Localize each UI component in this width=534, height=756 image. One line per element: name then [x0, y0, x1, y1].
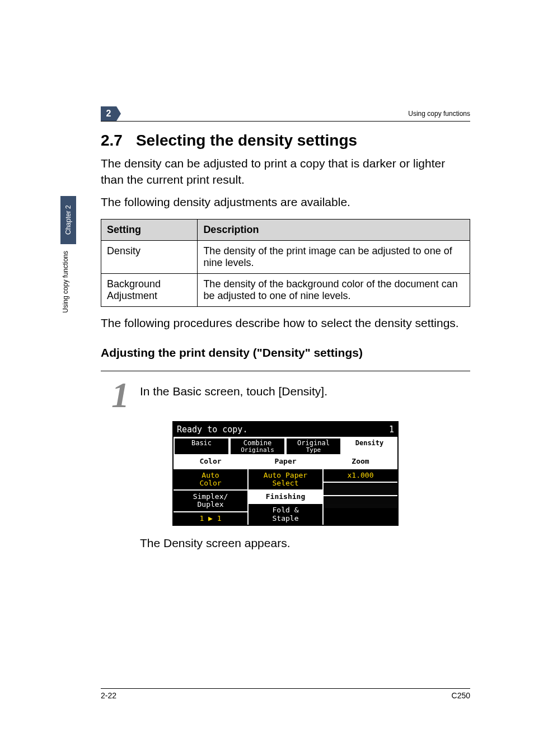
table-header-setting: Setting — [101, 220, 198, 241]
after-lcd-paragraph: The Density screen appears. — [140, 535, 470, 551]
table-header-description: Description — [198, 220, 470, 241]
step-1: 1 In the Basic screen, touch [Density]. — [101, 371, 470, 412]
page-number: 2-22 — [101, 691, 116, 700]
lcd-tab-combine-l2: Originals — [231, 447, 284, 454]
step-number: 1 — [101, 379, 140, 412]
table-cell-setting: Background Adjustment — [101, 274, 198, 307]
density-settings-table: Setting Description Density The density … — [101, 219, 470, 307]
after-table-paragraph: The following procedures describe how to… — [101, 315, 470, 331]
table-cell-description: The density of the background color of t… — [198, 274, 470, 307]
section-title: Selecting the density settings — [136, 132, 357, 149]
lcd-color-header[interactable]: Color — [174, 455, 247, 469]
lcd-paper-value-text: Auto Paper Select — [264, 471, 307, 487]
lcd-tab-basic-label: Basic — [191, 439, 212, 447]
lcd-tab-density[interactable]: Density — [341, 437, 397, 454]
lcd-copy-count: 1 — [389, 424, 394, 435]
running-head-title: Using copy functions — [116, 110, 470, 118]
lcd-tab-original-type[interactable]: OriginalType — [285, 437, 341, 454]
lcd-finishing-header[interactable]: Finishing — [249, 491, 322, 504]
section-number: 2.7 — [101, 132, 123, 150]
intro-paragraph-1: The density can be adjusted to print a c… — [101, 155, 470, 188]
lcd-simplex-duplex-text: Simplex/ Duplex — [193, 492, 228, 508]
lcd-paper-value: Auto Paper Select — [249, 469, 322, 491]
table-cell-description: The density of the print image can be ad… — [198, 241, 470, 274]
lcd-paper-header[interactable]: Paper — [249, 455, 322, 469]
section-heading: 2.7Selecting the density settings — [101, 132, 470, 150]
step-text: In the Basic screen, touch [Density]. — [140, 379, 327, 398]
table-cell-setting: Density — [101, 241, 198, 274]
lcd-empty-cell — [324, 496, 397, 508]
lcd-zoom-header[interactable]: Zoom — [324, 455, 397, 469]
intro-paragraph-2: The following density adjustments are av… — [101, 194, 470, 210]
lcd-zoom-value: x1.000 — [324, 469, 397, 483]
lcd-fold-staple-text: Fold & Staple — [273, 506, 299, 522]
side-chapter-tab: Chapter 2 — [60, 196, 76, 244]
subheading: Adjusting the print density ("Density" s… — [101, 346, 470, 360]
chapter-number-tab: 2 — [101, 106, 116, 121]
lcd-duplex-value: 1 ▶ 1 — [174, 512, 247, 525]
lcd-status-text: Ready to copy. — [177, 424, 247, 435]
lcd-color-value: Auto Color — [174, 469, 247, 491]
side-section-text: Using copy functions — [62, 251, 69, 313]
lcd-tab-basic[interactable]: Basic — [174, 437, 229, 454]
lcd-empty-cell — [324, 483, 397, 496]
lcd-fold-staple[interactable]: Fold & Staple — [249, 504, 322, 525]
lcd-tab-density-label: Density — [355, 439, 384, 447]
lcd-screenshot: Ready to copy. 1 Basic CombineOriginals … — [172, 421, 399, 526]
lcd-color-value-text: Auto Color — [199, 471, 221, 487]
table-row: Background Adjustment The density of the… — [101, 274, 470, 307]
lcd-tab-combine-originals[interactable]: CombineOriginals — [229, 437, 285, 454]
lcd-simplex-duplex[interactable]: Simplex/ Duplex — [174, 491, 247, 512]
lcd-tab-original-l2: Type — [287, 447, 340, 454]
model-number: C250 — [452, 691, 470, 700]
table-row: Density The density of the print image c… — [101, 241, 470, 274]
